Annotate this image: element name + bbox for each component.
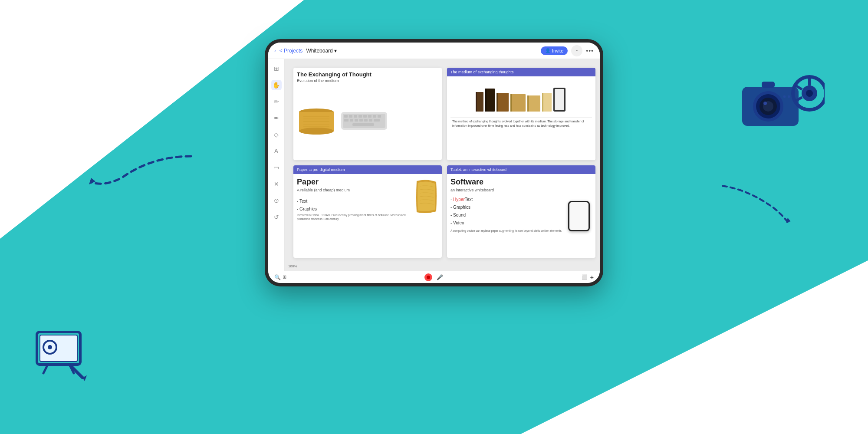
- slide-4-list: - HyperText - Graphics - Sound - Video: [450, 196, 562, 227]
- tablet-device: ‹ < Projects Whiteboard ▾ 👤 Invite ↑ •••: [265, 39, 603, 286]
- more-button[interactable]: •••: [586, 47, 594, 54]
- slide-2-books: [450, 83, 592, 114]
- slide-2-description: The method of exchanging thoughts evolve…: [450, 117, 592, 130]
- canvas-area[interactable]: The Exchanging of Thought Evolution of t…: [285, 59, 600, 271]
- add-button[interactable]: +: [590, 274, 594, 281]
- slide-4-footnote: A computing device can replace paper aug…: [450, 229, 562, 233]
- slide-3-footnote: Invented in China ~100AD. Produced by pr…: [297, 213, 411, 221]
- slide-4-subtitle: an interactive whiteboard: [450, 188, 562, 192]
- svg-rect-60: [527, 95, 529, 112]
- svg-rect-50: [352, 123, 374, 126]
- slide-3-subtitle: A reliable (and cheap) medium: [297, 188, 411, 192]
- svg-point-20: [48, 345, 52, 349]
- list-item-graphics: - Graphics: [297, 205, 411, 213]
- record-inner: [427, 276, 430, 279]
- slide-2-header: The medium of exchanging thoughts: [447, 68, 595, 76]
- bottom-center-controls: 🎤: [424, 273, 443, 281]
- slide-4-main-title: Software: [450, 178, 562, 187]
- invite-button[interactable]: 👤 Invite: [541, 46, 568, 55]
- grid-view-icon[interactable]: ⊞: [283, 274, 286, 280]
- screens-icon[interactable]: ⬜: [582, 274, 588, 280]
- sidebar-shape-icon[interactable]: ▭: [271, 162, 282, 173]
- svg-rect-47: [364, 119, 368, 122]
- slide-3-header: Paper: a pre-digital medium: [293, 165, 442, 174]
- svg-rect-46: [359, 119, 363, 122]
- svg-rect-64: [555, 89, 564, 110]
- sidebar-undo-icon[interactable]: ↺: [271, 212, 282, 222]
- bottom-right-controls: ⬜ +: [582, 274, 594, 281]
- sidebar: ⊞ ✋ ✏ ✒ ◇ A ▭ ✕ ⊙ ↺: [268, 59, 285, 271]
- sidebar-eraser-icon[interactable]: ◇: [271, 129, 282, 140]
- svg-rect-40: [368, 115, 372, 118]
- list-item-sound: - Sound: [450, 211, 562, 219]
- mini-tablet-screen: [569, 202, 589, 230]
- slide-4[interactable]: Tablet: an interactive whiteboard Softwa…: [447, 165, 595, 258]
- slide-1-images: [297, 86, 438, 157]
- sidebar-grid-icon[interactable]: ⊞: [271, 63, 282, 74]
- bottom-bar: 🔍 ⊞ 🎤 ⬜ +: [268, 271, 600, 283]
- mic-button[interactable]: 🎤: [437, 274, 443, 280]
- slide-3-list: - Text - Graphics: [297, 197, 411, 213]
- svg-rect-56: [496, 93, 498, 112]
- zoom-in-icon[interactable]: 🔍: [274, 274, 281, 280]
- slide-1[interactable]: The Exchanging of Thought Evolution of t…: [293, 68, 442, 160]
- back-chevron: ‹: [274, 48, 276, 53]
- slide-4-header: Tablet: an interactive whiteboard: [447, 165, 595, 174]
- top-bar-left: ‹ < Projects Whiteboard ▾: [274, 48, 337, 54]
- sidebar-delete-icon[interactable]: ✕: [271, 179, 282, 189]
- list-item-hypertext: - HyperText: [450, 196, 562, 204]
- svg-rect-43: [344, 119, 349, 122]
- sidebar-hand-icon[interactable]: ✋: [271, 80, 282, 90]
- tablet-screen: ‹ < Projects Whiteboard ▾ 👤 Invite ↑ •••: [268, 43, 600, 283]
- top-bar-right: 👤 Invite ↑ •••: [541, 45, 594, 56]
- svg-rect-44: [350, 119, 353, 122]
- svg-rect-55: [496, 93, 509, 112]
- invite-label: Invite: [552, 48, 563, 53]
- main-area: ⊞ ✋ ✏ ✒ ◇ A ▭ ✕ ⊙ ↺ The Exchan: [268, 59, 600, 271]
- svg-rect-57: [510, 94, 526, 112]
- record-button[interactable]: [424, 273, 432, 281]
- dropdown-arrow[interactable]: ▾: [334, 48, 337, 54]
- slides-grid: The Exchanging of Thought Evolution of t…: [293, 68, 595, 258]
- share-button[interactable]: ↑: [571, 45, 582, 56]
- dashed-arrow-left: [87, 152, 195, 187]
- list-item-text: - Text: [297, 197, 411, 205]
- slide-4-header-text: Tablet: an interactive whiteboard: [450, 168, 506, 172]
- svg-rect-12: [762, 82, 775, 88]
- svg-marker-15: [89, 178, 95, 184]
- slide-2[interactable]: The medium of exchanging thoughts: [447, 68, 595, 160]
- top-bar: ‹ < Projects Whiteboard ▾ 👤 Invite ↑ •••: [268, 43, 600, 59]
- projects-link[interactable]: < Projects: [279, 48, 303, 54]
- zoom-level: 100%: [288, 264, 297, 268]
- svg-rect-49: [374, 119, 380, 122]
- share-icon: ↑: [576, 48, 579, 53]
- whiteboard-decoration: [35, 330, 95, 382]
- slide-3-header-text: Paper: a pre-digital medium: [297, 168, 345, 172]
- slide-1-subtitle: Evolution of the medium: [297, 79, 438, 83]
- svg-rect-14: [788, 95, 790, 98]
- svg-rect-58: [510, 94, 512, 112]
- list-item-graphics: - Graphics: [450, 204, 562, 211]
- svg-rect-48: [369, 119, 372, 122]
- sidebar-rotate-icon[interactable]: ⊙: [271, 195, 282, 206]
- sidebar-pencil-icon[interactable]: ✏: [271, 96, 282, 107]
- slide-2-content: The method of exchanging thoughts evolve…: [447, 76, 595, 160]
- mini-tablet: [568, 201, 590, 231]
- svg-rect-35: [344, 115, 348, 118]
- svg-rect-41: [373, 115, 376, 118]
- mini-tablet-container: [566, 178, 592, 254]
- sidebar-text-icon[interactable]: A: [271, 146, 282, 156]
- svg-rect-59: [527, 95, 540, 112]
- slide-3-content: Paper A reliable (and cheap) medium - Te…: [293, 174, 442, 258]
- svg-rect-52: [476, 92, 477, 112]
- svg-rect-39: [363, 115, 367, 118]
- svg-point-8: [806, 90, 813, 97]
- zoom-controls: 🔍 ⊞: [274, 274, 286, 280]
- list-item-video: - Video: [450, 219, 562, 227]
- slide-1-title: The Exchanging of Thought: [297, 71, 438, 78]
- slide-3[interactable]: Paper: a pre-digital medium Paper A reli…: [293, 165, 442, 258]
- sidebar-pen-icon[interactable]: ✒: [271, 113, 282, 123]
- svg-rect-38: [358, 115, 362, 118]
- svg-rect-36: [349, 115, 352, 118]
- svg-rect-62: [542, 93, 543, 112]
